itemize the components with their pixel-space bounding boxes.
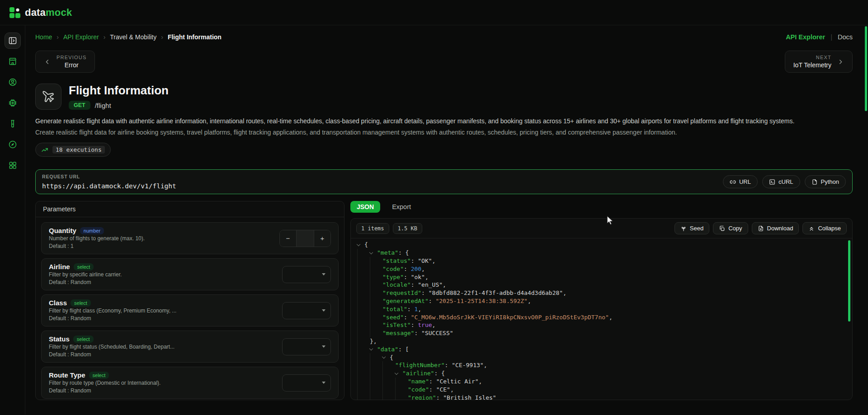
json-token: , bbox=[425, 274, 429, 280]
seed-button[interactable]: Seed bbox=[675, 222, 709, 234]
logo-mark-icon bbox=[9, 7, 21, 19]
increment-button[interactable]: + bbox=[314, 230, 330, 247]
json-token: "status" bbox=[382, 257, 411, 264]
request-url-value[interactable]: https://api.datamock.dev/v1/flight bbox=[42, 182, 176, 190]
json-line: "flightNumber": "CE-9913", bbox=[357, 361, 852, 369]
json-token: "en_US" bbox=[418, 281, 443, 288]
collapse-label: Collapse bbox=[818, 225, 841, 232]
cpu-icon[interactable] bbox=[5, 95, 21, 111]
indent-guide bbox=[357, 385, 370, 393]
logo[interactable]: datamock bbox=[9, 7, 72, 19]
download-button[interactable]: Download bbox=[752, 222, 799, 234]
compass-icon[interactable] bbox=[5, 136, 21, 153]
chevron-down-icon bbox=[322, 345, 326, 348]
json-token: "C_MO6w.Mb5doSrJkK-VIEYiRI8kpCNxsvO0P_pi… bbox=[411, 314, 609, 321]
json-token: "CE-9913" bbox=[452, 362, 483, 368]
copy-curl-button[interactable]: cURL bbox=[762, 175, 800, 188]
page-title: Flight Information bbox=[69, 84, 169, 98]
json-token: "name" bbox=[408, 378, 429, 385]
indent-guide bbox=[370, 378, 382, 386]
json-line: "generatedAt": "2025-11-25T14:38:38.592Z… bbox=[357, 297, 852, 305]
collapse-caret-icon[interactable] bbox=[357, 244, 364, 246]
json-scrollbar[interactable] bbox=[848, 240, 850, 322]
collapse-button[interactable]: Collapse bbox=[802, 222, 847, 234]
response-panel: JSON Export 1 items 1.5 KB bbox=[350, 201, 853, 400]
indent-guide bbox=[370, 385, 382, 393]
copy-python-button[interactable]: Python bbox=[805, 175, 846, 188]
sprout-icon bbox=[680, 225, 687, 232]
collapse-caret-icon[interactable] bbox=[382, 356, 390, 358]
indent-guide bbox=[382, 378, 395, 386]
json-token: : bbox=[429, 378, 436, 385]
api-explorer-link[interactable]: API Explorer bbox=[786, 33, 825, 41]
copy-url-button[interactable]: URL bbox=[723, 175, 758, 188]
chevron-right-icon: › bbox=[161, 33, 163, 41]
decrement-button[interactable]: − bbox=[280, 230, 296, 247]
size-badge: 1.5 KB bbox=[393, 223, 422, 234]
page-scrollbar[interactable] bbox=[865, 26, 867, 111]
quantity-input[interactable] bbox=[296, 230, 314, 247]
previous-endpoint-button[interactable]: PREVIOUS Error bbox=[35, 51, 95, 73]
json-token: , bbox=[418, 306, 421, 312]
trending-up-icon bbox=[41, 146, 48, 154]
blocks-icon[interactable] bbox=[5, 157, 21, 173]
indent-guide bbox=[357, 361, 370, 369]
class-select[interactable] bbox=[282, 302, 331, 319]
json-token: : { bbox=[398, 249, 409, 256]
link-icon bbox=[730, 179, 736, 185]
next-label: NEXT bbox=[816, 55, 831, 60]
json-token: "flightNumber" bbox=[395, 362, 445, 368]
store-icon[interactable] bbox=[5, 53, 21, 70]
panel-toggle-icon[interactable] bbox=[5, 33, 21, 49]
request-url-label: REQUEST URL bbox=[42, 174, 176, 179]
copy-curl-label: cURL bbox=[778, 178, 793, 185]
indent-guide bbox=[370, 257, 382, 265]
param-description: Filter by specific airline carrier. bbox=[49, 271, 122, 278]
breadcrumb-travel-mobility[interactable]: Travel & Mobility bbox=[110, 33, 156, 41]
param-name: Quantity bbox=[49, 227, 76, 234]
indent-guide bbox=[357, 345, 370, 353]
json-token: , bbox=[450, 386, 454, 393]
json-line: "locale": "en_US", bbox=[357, 281, 852, 289]
previous-title: Error bbox=[57, 61, 86, 69]
indent-guide bbox=[370, 393, 382, 400]
parameters-panel: Parameters Quantity number Number of fli… bbox=[35, 201, 344, 400]
json-token: "seed" bbox=[382, 314, 404, 321]
collapse-caret-icon[interactable] bbox=[370, 252, 377, 254]
tab-json[interactable]: JSON bbox=[350, 201, 380, 213]
json-token: "message" bbox=[382, 330, 414, 336]
executions-count: 18 executions bbox=[52, 146, 105, 154]
airline-select[interactable] bbox=[282, 266, 331, 283]
json-line: "requestId": "8dbfd882-22f1-4f3f-adbb-d4… bbox=[357, 289, 852, 297]
param-description: Filter by route type (Domestic or Intern… bbox=[49, 380, 160, 387]
json-token: "requestId" bbox=[382, 289, 421, 296]
indent-guide bbox=[370, 353, 382, 361]
json-token: : bbox=[411, 281, 418, 288]
indent-guide bbox=[370, 273, 382, 281]
breadcrumb-api-explorer[interactable]: API Explorer bbox=[63, 33, 99, 41]
indent-guide bbox=[370, 281, 382, 289]
collapse-caret-icon[interactable] bbox=[395, 373, 402, 374]
tab-export[interactable]: Export bbox=[392, 203, 411, 210]
json-code[interactable]: {"meta": {"status": "OK","code": 200,"ty… bbox=[351, 238, 852, 400]
breadcrumb-home[interactable]: Home bbox=[35, 33, 52, 41]
next-endpoint-button[interactable]: NEXT IoT Telemetry bbox=[785, 51, 853, 73]
param-default: Default : Random bbox=[49, 387, 160, 394]
json-line: "name": "Celtic Air", bbox=[357, 378, 852, 386]
test-tube-icon[interactable] bbox=[5, 116, 21, 132]
copy-button[interactable]: Copy bbox=[713, 222, 748, 234]
param-card-route-type: Route Type select Filter by route type (… bbox=[41, 367, 339, 399]
indent-guide bbox=[370, 297, 382, 305]
chevron-down-icon bbox=[322, 273, 326, 275]
route-type-select[interactable] bbox=[282, 374, 331, 392]
docs-link[interactable]: Docs bbox=[838, 33, 853, 41]
status-select[interactable] bbox=[282, 338, 331, 355]
indent-guide bbox=[357, 378, 370, 386]
json-token: "data" bbox=[377, 346, 398, 353]
json-token: }, bbox=[370, 338, 377, 345]
user-icon[interactable] bbox=[5, 74, 21, 90]
param-card-class: Class select Filter by flight class (Eco… bbox=[41, 294, 339, 326]
json-token: "code" bbox=[382, 266, 404, 272]
collapse-caret-icon[interactable] bbox=[370, 348, 377, 350]
json-line: { bbox=[357, 241, 852, 249]
